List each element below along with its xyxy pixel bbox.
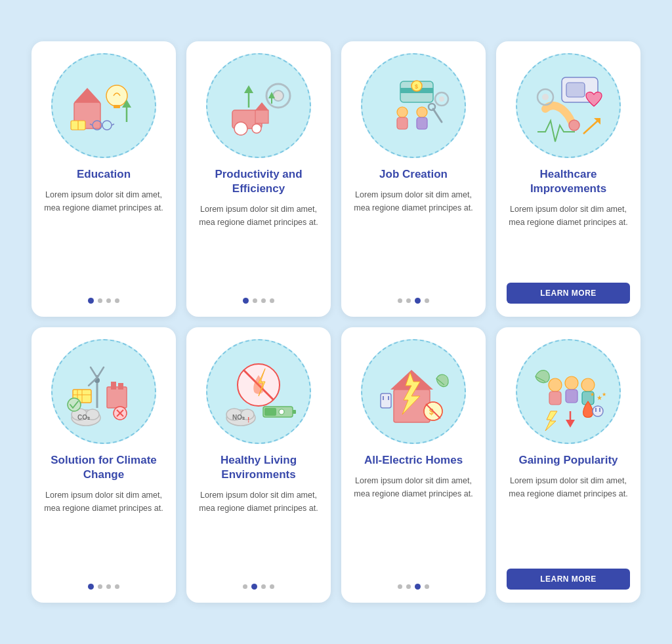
card-body-healthy-living: Lorem ipsum dolor sit dim amet, mea regi…	[197, 489, 320, 574]
dots-climate	[88, 584, 119, 590]
svg-point-15	[252, 124, 261, 133]
dots-productivity	[243, 298, 274, 304]
illustration-healthy-living: NO₂ !	[206, 339, 311, 444]
card-title-healthy-living: Healthy Living Environments	[197, 453, 320, 482]
svg-rect-37	[566, 83, 585, 97]
dots-job-creation	[398, 298, 429, 304]
svg-point-74	[279, 409, 284, 414]
svg-point-90	[581, 378, 595, 392]
dot-3	[261, 584, 266, 589]
svg-point-88	[565, 376, 578, 390]
svg-point-28	[397, 107, 408, 117]
dot-3	[415, 298, 421, 304]
svg-marker-21	[255, 102, 268, 110]
dot-3	[106, 584, 111, 589]
svg-point-38	[569, 120, 579, 131]
card-title-productivity: Productivity and Efficiency	[197, 167, 320, 196]
svg-line-39	[583, 121, 598, 134]
dot-3	[106, 298, 111, 303]
dots-education	[88, 298, 119, 304]
card-title-electric-homes: All-Electric Homes	[364, 453, 463, 468]
svg-rect-31	[417, 117, 427, 129]
dot-4	[425, 298, 429, 303]
dot-4	[270, 298, 274, 303]
card-title-job-creation: Job Creation	[379, 167, 448, 182]
illustration-healthcare	[516, 53, 621, 158]
card-body-productivity: Lorem ipsum dolor sit dim amet, mea regi…	[197, 203, 320, 289]
card-body-popularity: Lorem ipsum dolor sit dim amet, mea regi…	[507, 474, 630, 559]
svg-text:★: ★	[602, 392, 606, 397]
svg-text:CO₂: CO₂	[77, 414, 90, 421]
dot-2	[98, 298, 102, 303]
dot-1	[398, 584, 402, 589]
svg-line-45	[91, 367, 97, 378]
svg-rect-54	[118, 383, 123, 390]
card-title-education: Education	[77, 167, 131, 182]
svg-rect-5	[114, 105, 120, 108]
card-job-creation: $ Job Creation Lorem ipsum dolor sit dim…	[341, 41, 486, 317]
card-title-popularity: Gaining Popularity	[518, 453, 618, 468]
dots-electric-homes	[398, 584, 429, 590]
card-popularity: ★ ★ ★ Gaining Popularity Lorem ipsum dol…	[496, 327, 640, 603]
card-title-climate: Solution for Climate Change	[42, 453, 165, 482]
dots-healthy-living	[243, 584, 274, 590]
dot-4	[115, 584, 119, 589]
svg-marker-95	[545, 411, 557, 431]
svg-rect-53	[111, 382, 116, 390]
svg-rect-72	[293, 410, 296, 414]
svg-rect-52	[107, 387, 127, 408]
dot-2	[406, 584, 411, 589]
svg-point-17	[273, 91, 284, 101]
svg-text:$: $	[415, 83, 418, 90]
dot-3	[261, 298, 266, 303]
svg-rect-77	[381, 393, 391, 408]
dot-1	[243, 298, 249, 304]
illustration-productivity	[206, 53, 311, 158]
svg-marker-19	[244, 85, 253, 93]
svg-rect-89	[566, 390, 578, 403]
dot-2	[406, 298, 411, 303]
learn-more-button-healthcare[interactable]: LEARN MORE	[507, 283, 630, 304]
svg-text:★: ★	[590, 392, 595, 397]
card-body-job-creation: Lorem ipsum dolor sit dim amet, mea regi…	[352, 188, 475, 289]
svg-text:NO₂: NO₂	[232, 414, 245, 421]
dot-4	[270, 584, 274, 589]
svg-point-86	[549, 378, 562, 392]
svg-point-35	[439, 96, 444, 102]
card-electric-homes: $ All-Electric Homes Lorem ipsum dolor s…	[341, 327, 486, 603]
svg-rect-87	[549, 392, 561, 405]
svg-point-9	[102, 121, 112, 130]
dot-1	[243, 584, 247, 589]
illustration-job-creation: $	[361, 53, 466, 158]
dot-2	[253, 298, 257, 303]
card-body-healthcare: Lorem ipsum dolor sit dim amet, mea regi…	[507, 203, 630, 273]
card-body-climate: Lorem ipsum dolor sit dim amet, mea regi…	[42, 489, 165, 574]
card-climate: CO₂ Solution for Climate Change Lorem ip…	[32, 327, 176, 603]
svg-rect-73	[264, 408, 276, 416]
dot-2	[251, 584, 257, 590]
svg-line-32	[433, 109, 442, 122]
svg-rect-29	[397, 117, 408, 129]
svg-rect-20	[255, 110, 268, 123]
dot-4	[425, 584, 429, 589]
dot-3	[415, 584, 421, 590]
dot-1	[88, 298, 94, 304]
dot-2	[98, 584, 102, 589]
card-grid: Education Lorem ipsum dolor sit dim amet…	[32, 41, 640, 603]
dot-4	[115, 298, 119, 303]
svg-point-42	[542, 94, 549, 100]
dot-1	[398, 298, 402, 303]
illustration-climate: CO₂	[51, 339, 156, 444]
svg-line-12	[112, 124, 114, 125]
learn-more-button-popularity[interactable]: LEARN MORE	[507, 569, 630, 590]
illustration-popularity: ★ ★ ★	[516, 339, 621, 444]
svg-line-46	[97, 367, 104, 378]
illustration-electric-homes: $	[361, 339, 466, 444]
svg-marker-1	[74, 88, 100, 102]
svg-point-14	[234, 122, 247, 135]
svg-text:!: !	[247, 416, 249, 424]
card-education: Education Lorem ipsum dolor sit dim amet…	[32, 41, 176, 317]
svg-point-30	[417, 107, 427, 117]
card-title-healthcare: Healthcare Improvements	[507, 167, 630, 196]
svg-point-96	[593, 406, 603, 416]
